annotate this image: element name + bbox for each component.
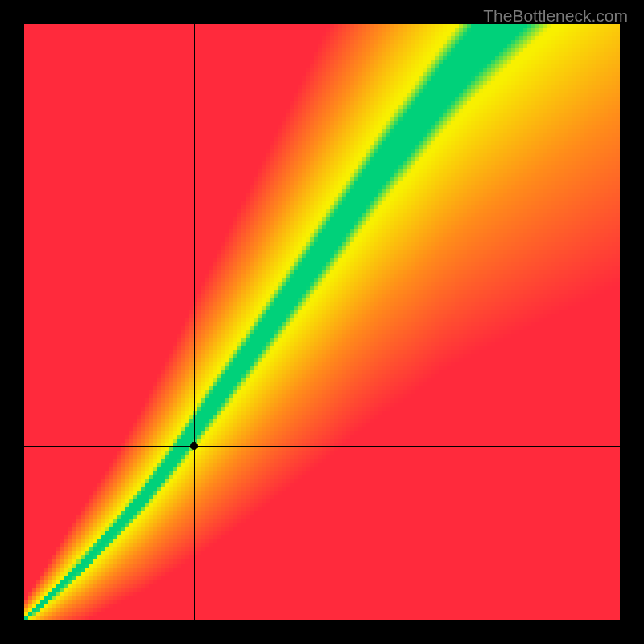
- crosshair-vertical: [194, 24, 195, 620]
- heatmap-canvas: [24, 24, 620, 620]
- crosshair-horizontal: [24, 446, 620, 447]
- data-point-marker: [190, 442, 198, 450]
- heatmap-plot: [24, 24, 620, 620]
- watermark-text: TheBottleneck.com: [483, 6, 628, 26]
